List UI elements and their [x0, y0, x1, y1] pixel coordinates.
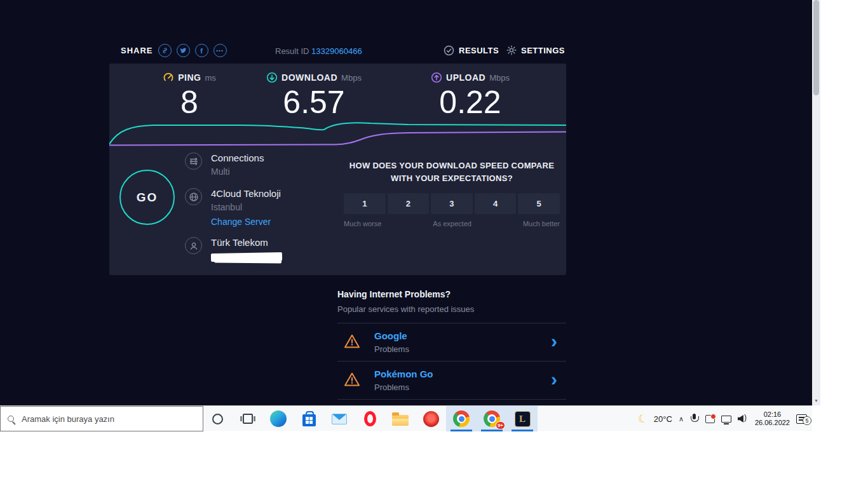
- ping-label: PING: [178, 72, 201, 83]
- problems-section: Having Internet Problems? Popular servic…: [337, 289, 566, 400]
- result-panel: PING ms 8 DOWNLOAD Mbps 6.57 UPLOAD Mbps: [109, 64, 566, 275]
- go-button[interactable]: GO: [119, 170, 175, 225]
- rating-option-4[interactable]: 4: [475, 193, 517, 214]
- edge-button[interactable]: [263, 406, 294, 431]
- scrollbar-thumb[interactable]: [813, 0, 819, 95]
- upload-stat: UPLOAD Mbps 0.22: [413, 72, 527, 119]
- chrome-button[interactable]: [446, 406, 477, 431]
- notification-badge: 9+: [496, 421, 505, 430]
- problem-status: Problems: [374, 344, 409, 354]
- share-twitter-icon[interactable]: [177, 44, 190, 57]
- rating-label-worse: Much worse: [344, 220, 381, 227]
- share-facebook-icon[interactable]: f: [195, 44, 208, 57]
- globe-icon: [185, 188, 202, 205]
- rating-option-5[interactable]: 5: [518, 193, 560, 214]
- rating-question-line1: HOW DOES YOUR DOWNLOAD SPEED COMPARE: [344, 159, 560, 172]
- isp-name: Türk Telekom: [211, 237, 282, 248]
- rating-question-line2: WITH YOUR EXPECTATIONS?: [344, 172, 560, 185]
- download-value: 6.57: [257, 86, 371, 119]
- rating-label-expected: As expected: [433, 220, 471, 227]
- taskbar-app-icons: 9+ L: [202, 406, 538, 431]
- chrome-icon: [453, 410, 470, 427]
- list-item[interactable]: Google Problems ›: [337, 323, 566, 362]
- rating-option-1[interactable]: 1: [344, 193, 386, 214]
- ping-stat: PING ms 8: [139, 72, 240, 119]
- download-arrow-icon: [266, 72, 278, 83]
- mail-icon: [332, 414, 347, 424]
- redacted-ip: [211, 252, 282, 262]
- tray-expand-caret[interactable]: ∧: [679, 415, 684, 423]
- upload-arrow-icon: [431, 72, 442, 83]
- temperature-label[interactable]: 20°C: [654, 414, 672, 424]
- problem-service-link[interactable]: Pokémon Go: [374, 369, 433, 379]
- task-view-button[interactable]: [233, 406, 263, 431]
- warning-triangle-icon: [344, 334, 360, 351]
- taskbar-search[interactable]: Aramak için buraya yazın: [0, 406, 203, 431]
- microphone-icon[interactable]: [690, 414, 699, 424]
- result-id-link[interactable]: 13329060466: [311, 46, 362, 56]
- result-id: Result ID 13329060466: [275, 46, 362, 56]
- chrome-profile-button[interactable]: 9+: [477, 406, 507, 431]
- server-name: 4Cloud Teknoloji: [211, 188, 281, 199]
- result-id-label: Result ID: [275, 46, 309, 56]
- connections-icon: [185, 152, 202, 170]
- speaker-wave: ): [744, 413, 747, 422]
- clock[interactable]: 02:16 26.06.2022: [755, 410, 790, 427]
- upload-label: UPLOAD: [446, 72, 485, 83]
- search-placeholder: Aramak için buraya yazın: [22, 414, 114, 424]
- speed-graph: [109, 118, 566, 147]
- system-tray: ☾ 20°C ∧ ) 02:16 26.06.2022 5: [638, 406, 811, 431]
- chevron-right-icon[interactable]: ›: [551, 332, 557, 351]
- rating-options: 1 2 3 4 5: [344, 193, 560, 214]
- problem-service-link[interactable]: Google: [374, 330, 409, 341]
- edge-icon: [270, 410, 287, 427]
- task-view-icon: [243, 414, 253, 424]
- change-server-link[interactable]: Change Server: [211, 217, 281, 227]
- share-link-icon[interactable]: [158, 44, 172, 57]
- speaker-icon[interactable]: ): [738, 414, 749, 423]
- scrollbar-track[interactable]: ▼: [812, 0, 820, 405]
- share-more-icon[interactable]: •••: [214, 44, 227, 57]
- mail-button[interactable]: [324, 406, 355, 431]
- weather-moon-icon[interactable]: ☾: [636, 411, 649, 426]
- search-icon: [8, 416, 14, 422]
- results-nav-button[interactable]: RESULTS: [444, 45, 499, 56]
- action-center-badge: 5: [803, 416, 811, 425]
- cortana-icon: [212, 414, 223, 424]
- chevron-right-icon[interactable]: ›: [551, 370, 557, 389]
- clock-time: 02:16: [755, 410, 790, 419]
- share-bar: SHARE f •••: [121, 44, 227, 57]
- download-stat: DOWNLOAD Mbps 6.57: [257, 72, 371, 119]
- problems-subtitle: Popular services with reported issues: [337, 304, 566, 314]
- screen: SHARE f ••• Result ID 13329060466 RESULT…: [0, 0, 868, 488]
- problems-list: Google Problems › Pokémon Go Problems ›: [337, 323, 566, 400]
- download-unit: Mbps: [341, 73, 362, 83]
- connections-row: Connections Multi: [185, 152, 264, 177]
- red-app-button[interactable]: [416, 406, 446, 431]
- person-icon: [185, 237, 202, 254]
- rating-section: HOW DOES YOUR DOWNLOAD SPEED COMPARE WIT…: [344, 159, 560, 227]
- opera-icon: [364, 411, 376, 426]
- network-icon[interactable]: [721, 416, 731, 423]
- facebook-glyph: f: [200, 47, 203, 55]
- file-explorer-button[interactable]: [385, 406, 416, 431]
- problems-title: Having Internet Problems?: [337, 289, 566, 299]
- action-center-icon[interactable]: 5: [796, 414, 807, 424]
- opera-button[interactable]: [355, 406, 385, 431]
- list-item[interactable]: Pokémon Go Problems ›: [337, 362, 566, 400]
- rating-option-3[interactable]: 3: [431, 193, 473, 214]
- cortana-button[interactable]: [202, 406, 233, 431]
- league-button[interactable]: L: [507, 406, 538, 431]
- screen-capture-icon[interactable]: [705, 415, 715, 423]
- scrollbar-down-arrow[interactable]: ▼: [812, 396, 820, 405]
- gear-icon: [506, 45, 517, 55]
- rating-option-2[interactable]: 2: [388, 193, 430, 214]
- ping-unit: ms: [205, 73, 215, 83]
- connections-label: Connections: [211, 152, 264, 163]
- upload-unit: Mbps: [489, 73, 510, 83]
- rating-scale-labels: Much worse As expected Much better: [344, 220, 560, 227]
- share-label: SHARE: [121, 46, 153, 55]
- store-button[interactable]: [294, 406, 324, 431]
- download-label: DOWNLOAD: [281, 72, 337, 83]
- settings-nav-button[interactable]: SETTINGS: [506, 45, 565, 55]
